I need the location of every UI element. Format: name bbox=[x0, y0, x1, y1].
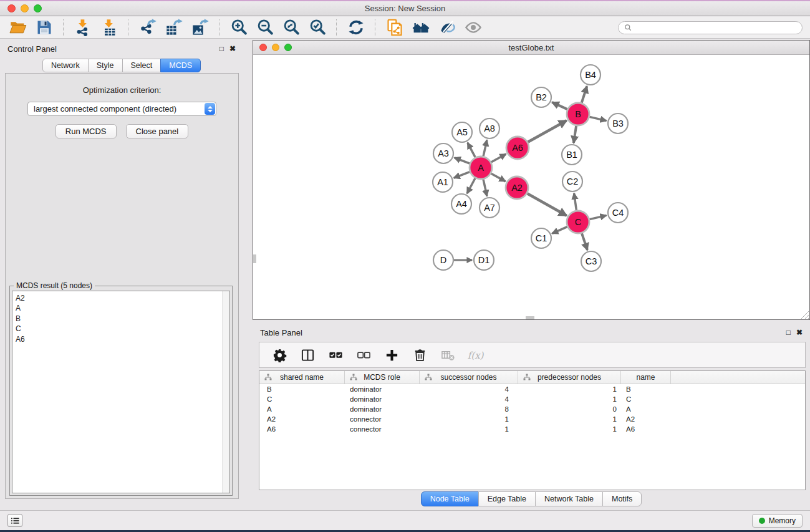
add-column-button[interactable] bbox=[382, 346, 401, 364]
tab-node-table[interactable]: Node Table bbox=[421, 491, 479, 506]
zoom-out-button[interactable] bbox=[254, 18, 275, 37]
export-image-button[interactable] bbox=[190, 18, 210, 37]
graph-edge-B-B3[interactable] bbox=[589, 117, 606, 120]
graph-edge-C-C1[interactable] bbox=[552, 227, 567, 234]
tab-network-table[interactable]: Network Table bbox=[535, 491, 603, 506]
graph-edge-B-B1[interactable] bbox=[574, 126, 576, 143]
close-panel-icon[interactable]: ✖ bbox=[229, 45, 236, 52]
column-header-successors[interactable]: successor nodes bbox=[420, 371, 518, 384]
zoom-in-button[interactable] bbox=[228, 18, 249, 37]
table-row[interactable]: Adominator80A bbox=[259, 404, 805, 414]
export-table-button[interactable] bbox=[163, 18, 184, 37]
split-view-button[interactable] bbox=[298, 346, 317, 364]
graph-node-B2[interactable]: B2 bbox=[531, 87, 551, 107]
clone-network-button[interactable] bbox=[384, 18, 405, 37]
graph-edge-A-A7[interactable] bbox=[483, 180, 487, 196]
close-table-panel-icon[interactable]: ✖ bbox=[796, 329, 803, 336]
zoom-selected-button[interactable] bbox=[307, 18, 327, 37]
graph-edge-A-A8[interactable] bbox=[483, 140, 487, 157]
network-window-titlebar[interactable]: testGlobe.txt bbox=[253, 41, 809, 55]
result-item[interactable]: A2 bbox=[12, 291, 229, 303]
column-header-predecessors[interactable]: predecessor nodes bbox=[518, 371, 621, 384]
graph-edge-A6-B[interactable] bbox=[528, 120, 567, 142]
horizontal-scroll-thumb[interactable] bbox=[526, 316, 534, 319]
search-input[interactable] bbox=[635, 23, 796, 32]
graph-edge-A-A5[interactable] bbox=[468, 143, 475, 157]
vertical-scroll-thumb[interactable] bbox=[253, 254, 256, 263]
float-table-panel-icon[interactable]: □ bbox=[786, 329, 791, 336]
tab-edge-table[interactable]: Edge Table bbox=[478, 491, 536, 506]
deselect-all-button[interactable] bbox=[354, 346, 373, 364]
graph-node-A2[interactable]: A2 bbox=[506, 177, 528, 199]
graph-node-A6[interactable]: A6 bbox=[506, 137, 529, 159]
graph-node-B1[interactable]: B1 bbox=[562, 145, 582, 165]
graph-node-B[interactable]: B bbox=[567, 103, 589, 125]
result-item[interactable]: B bbox=[12, 314, 229, 324]
graph-node-B3[interactable]: B3 bbox=[608, 114, 628, 133]
graph-node-A3[interactable]: A3 bbox=[433, 143, 453, 163]
delete-column-button[interactable] bbox=[410, 346, 429, 364]
run-mcds-button[interactable]: Run MCDS bbox=[55, 124, 117, 138]
graph-node-A4[interactable]: A4 bbox=[451, 194, 471, 214]
graph-edge-B-B4[interactable] bbox=[582, 86, 587, 103]
graph-edge-A-A6[interactable] bbox=[491, 154, 506, 162]
result-scrollbar[interactable] bbox=[222, 291, 229, 493]
tab-style[interactable]: Style bbox=[88, 59, 123, 72]
float-panel-icon[interactable]: □ bbox=[219, 45, 224, 52]
graph-edge-C-C2[interactable] bbox=[574, 193, 577, 210]
graph-node-C4[interactable]: C4 bbox=[608, 203, 628, 223]
graph-node-B4[interactable]: B4 bbox=[581, 65, 600, 85]
tab-select[interactable]: Select bbox=[122, 59, 162, 72]
graph-node-C3[interactable]: C3 bbox=[581, 251, 601, 271]
graph-node-C[interactable]: C bbox=[567, 211, 589, 233]
graph-node-A8[interactable]: A8 bbox=[480, 118, 499, 138]
zoom-fit-button[interactable] bbox=[281, 18, 301, 37]
tab-mcds[interactable]: MCDS bbox=[160, 59, 201, 72]
tab-network[interactable]: Network bbox=[42, 59, 89, 72]
import-network-button[interactable] bbox=[72, 18, 93, 37]
graph-node-A[interactable]: A bbox=[470, 157, 492, 179]
table-settings-button[interactable] bbox=[270, 346, 289, 364]
mcds-result-list[interactable]: A2ABCA6 bbox=[12, 291, 230, 493]
refresh-button[interactable] bbox=[345, 18, 366, 37]
import-table-button[interactable] bbox=[99, 18, 119, 37]
table-row[interactable]: Bdominator41B bbox=[259, 384, 805, 394]
graph-node-D[interactable]: D bbox=[433, 250, 453, 270]
open-file-button[interactable] bbox=[7, 18, 28, 37]
export-network-button[interactable] bbox=[137, 18, 158, 37]
result-item[interactable]: C bbox=[12, 324, 229, 334]
graph-node-A5[interactable]: A5 bbox=[452, 122, 472, 142]
column-header-shared_name[interactable]: shared name bbox=[259, 371, 345, 384]
select-all-button[interactable] bbox=[326, 346, 345, 364]
graph-node-C1[interactable]: C1 bbox=[531, 228, 551, 248]
save-session-button[interactable] bbox=[34, 18, 54, 37]
home-button[interactable] bbox=[410, 18, 431, 37]
graph-edge-B-B2[interactable] bbox=[552, 102, 567, 109]
graph-edge-A2-C[interactable] bbox=[528, 193, 567, 215]
search-box[interactable] bbox=[618, 21, 803, 34]
table-row[interactable]: A6connector11A6 bbox=[259, 424, 805, 434]
graph-edge-A-A2[interactable] bbox=[491, 173, 506, 181]
result-item[interactable]: A bbox=[12, 303, 229, 313]
close-panel-button[interactable]: Close panel bbox=[126, 124, 189, 138]
table-row[interactable]: Cdominator41C bbox=[259, 394, 805, 404]
tab-motifs[interactable]: Motifs bbox=[602, 491, 642, 506]
graph-edge-C-C4[interactable] bbox=[589, 215, 606, 219]
graph-node-C2[interactable]: C2 bbox=[562, 172, 582, 191]
table-row[interactable]: A2connector11A2 bbox=[259, 414, 805, 424]
result-item[interactable]: A6 bbox=[12, 334, 229, 344]
label-visibility-button[interactable] bbox=[436, 18, 457, 37]
graph-edge-A-A3[interactable] bbox=[455, 158, 470, 163]
memory-button[interactable]: Memory bbox=[752, 514, 803, 528]
task-history-button[interactable] bbox=[7, 514, 22, 527]
criterion-select[interactable]: largest connected component (directed) bbox=[27, 102, 216, 116]
graph-node-D1[interactable]: D1 bbox=[474, 250, 494, 270]
graph-edge-C-C3[interactable] bbox=[582, 233, 587, 250]
eye-button[interactable] bbox=[463, 18, 483, 37]
graph-edge-A-A1[interactable] bbox=[454, 172, 470, 178]
graph-node-A1[interactable]: A1 bbox=[433, 172, 453, 192]
column-header-name[interactable]: name bbox=[621, 371, 671, 384]
graph-edge-A-A4[interactable] bbox=[467, 178, 475, 193]
graph-node-A7[interactable]: A7 bbox=[480, 198, 499, 218]
column-header-mcds_role[interactable]: MCDS role bbox=[345, 371, 420, 384]
